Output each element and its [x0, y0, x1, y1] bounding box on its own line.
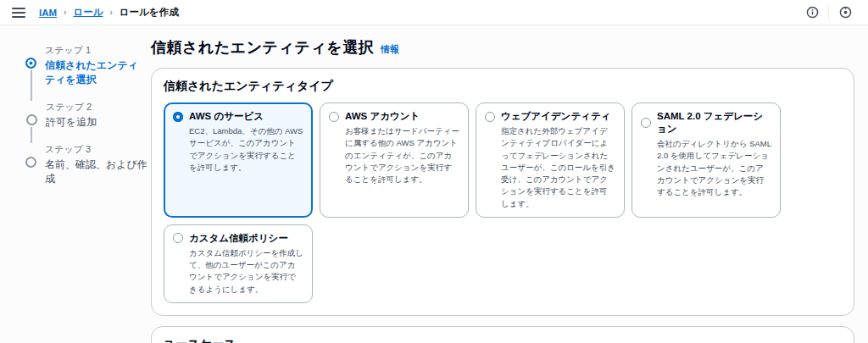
step-label: 許可を追加: [46, 115, 97, 130]
breadcrumb-link-iam[interactable]: IAM: [39, 8, 57, 18]
trusted-entity-type-title: 信頼されたエンティティタイプ: [164, 79, 842, 94]
entity-option-description: 会社のディレクトリから SAML 2.0 を使用してフェデレーションされたユーザ…: [641, 138, 771, 198]
step-item-name-review-create[interactable]: ステップ 3 名前、確認、および作成: [25, 143, 148, 200]
breadcrumb-separator: ›: [109, 8, 112, 17]
breadcrumb-current: ロールを作成: [120, 6, 179, 19]
entity-option-aws-service[interactable]: AWS のサービス EC2、Lambda、その他の AWS サービスが、このアカ…: [164, 102, 313, 218]
entity-option-description: カスタム信頼ポリシーを作成して、他のユーザーがこのアカウントでアクションを実行で…: [173, 247, 303, 296]
wizard-steps-nav: ステップ 1 信頼されたエンティティを選択 ステップ 2 許可を追加 ステップ …: [25, 44, 148, 200]
step-item-select-trusted-entity[interactable]: ステップ 1 信頼されたエンティティを選択: [25, 44, 148, 101]
hamburger-menu-icon[interactable]: [12, 8, 25, 18]
entity-option-label: AWS のサービス: [189, 110, 264, 123]
step-number: ステップ 2: [46, 101, 97, 113]
settings-gear-icon[interactable]: [837, 5, 853, 20]
breadcrumb-separator: ›: [64, 8, 66, 17]
breadcrumb: IAM › ロール › ロールを作成: [39, 6, 179, 19]
breadcrumb-link-roles[interactable]: ロール: [73, 6, 103, 19]
step-connector-line: [31, 70, 32, 101]
radio-unselected-icon: [173, 233, 183, 243]
step-item-add-permissions[interactable]: ステップ 2 許可を追加: [25, 101, 148, 143]
entity-option-label: カスタム信頼ポリシー: [189, 232, 288, 245]
entity-option-label: ウェブアイデンティティ: [501, 110, 610, 123]
entity-option-description: EC2、Lambda、その他の AWS サービスが、このアカウントでアクションを…: [173, 125, 303, 174]
entity-type-tiles: AWS のサービス EC2、Lambda、その他の AWS サービスが、このアカ…: [164, 102, 842, 303]
title-info-link[interactable]: 情報: [381, 43, 399, 56]
trusted-entity-type-card: 信頼されたエンティティタイプ AWS のサービス EC2、Lambda、その他の…: [151, 68, 854, 316]
step-label: 信頼されたエンティティを選択: [45, 58, 148, 87]
entity-option-aws-account[interactable]: AWS アカウント お客様またはサードパーティーに属する他の AWS アカウント…: [320, 102, 469, 218]
info-icon[interactable]: [804, 5, 820, 20]
step-radio-icon: [26, 114, 37, 125]
radio-unselected-icon: [641, 118, 651, 128]
use-case-title: ユースケース: [164, 337, 842, 343]
radio-selected-icon: [173, 112, 183, 122]
radio-unselected-icon: [485, 112, 495, 122]
entity-option-custom-trust-policy[interactable]: カスタム信頼ポリシー カスタム信頼ポリシーを作成して、他のユーザーがこのアカウン…: [164, 224, 313, 303]
step-radio-icon: [25, 157, 36, 168]
entity-option-description: 指定された外部ウェブアイデンティティプロバイダーによってフェデレーションされたユ…: [485, 125, 615, 210]
page-content: ステップ 1 信頼されたエンティティを選択 ステップ 2 許可を追加 ステップ …: [0, 25, 868, 343]
topbar-divider: [828, 6, 829, 19]
step-number: ステップ 3: [45, 143, 148, 156]
step-connector-line: [31, 127, 32, 143]
main-column: 信頼されたエンティティを選択 情報 信頼されたエンティティタイプ AWS のサー…: [151, 37, 854, 343]
entity-option-web-identity[interactable]: ウェブアイデンティティ 指定された外部ウェブアイデンティティプロバイダーによって…: [476, 102, 625, 218]
top-navigation-bar: IAM › ロール › ロールを作成: [0, 0, 868, 25]
entity-option-description: お客様またはサードパーティーに属する他の AWS アカウントのエンティティが、こ…: [329, 125, 459, 185]
step-label: 名前、確認、および作成: [45, 158, 148, 186]
entity-option-label: AWS アカウント: [345, 110, 420, 123]
step-number: ステップ 1: [45, 44, 148, 57]
use-case-card: ユースケース EC2、Lambda、その他の AWS のサービスがこのアカウント…: [151, 326, 854, 343]
entity-option-saml-federation[interactable]: SAML 2.0 フェデレーション 会社のディレクトリから SAML 2.0 を…: [632, 102, 781, 218]
entity-option-label: SAML 2.0 フェデレーション: [657, 110, 771, 136]
step-radio-icon: [25, 58, 36, 69]
radio-unselected-icon: [329, 112, 339, 122]
page-title: 信頼されたエンティティを選択: [151, 37, 374, 58]
